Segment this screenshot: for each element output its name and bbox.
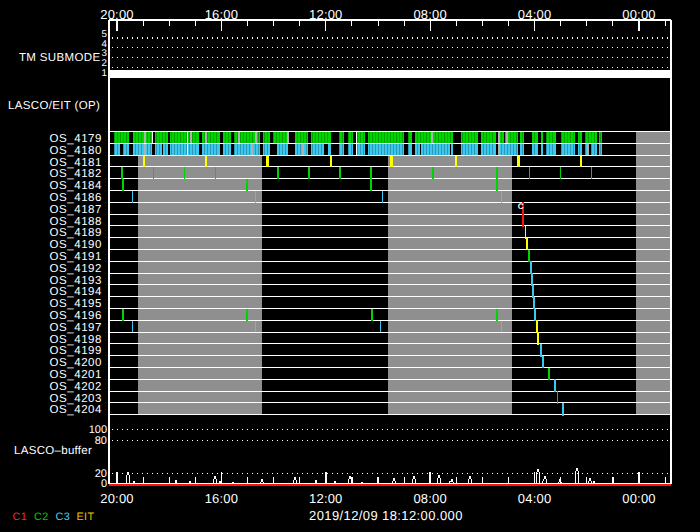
svg-text:12:00: 12:00 <box>309 491 343 506</box>
svg-text:OS_4179: OS_4179 <box>50 133 102 145</box>
svg-text:80: 80 <box>95 435 107 447</box>
svg-text:OS_4190: OS_4190 <box>50 239 102 251</box>
svg-text:OS_4191: OS_4191 <box>50 251 102 263</box>
svg-text:C1: C1 <box>13 511 28 523</box>
svg-text:OS_4184: OS_4184 <box>50 180 102 192</box>
svg-text:OS_4182: OS_4182 <box>50 168 102 180</box>
svg-text:OS_4189: OS_4189 <box>50 227 102 239</box>
svg-text:OS_4181: OS_4181 <box>50 157 102 169</box>
svg-text:OS_4188: OS_4188 <box>50 216 102 228</box>
svg-text:OS_4201: OS_4201 <box>50 369 102 381</box>
svg-text:OS_4198: OS_4198 <box>50 334 102 346</box>
svg-text:C3: C3 <box>56 511 71 523</box>
svg-text:OS_4186: OS_4186 <box>50 192 102 204</box>
svg-text:OS_4180: OS_4180 <box>50 145 102 157</box>
svg-text:OS_4197: OS_4197 <box>50 322 102 334</box>
svg-text:08:00: 08:00 <box>413 491 447 506</box>
svg-text:04:00: 04:00 <box>518 7 552 22</box>
svg-text:OS_4204: OS_4204 <box>50 404 102 416</box>
svg-text:00:00: 00:00 <box>622 491 656 506</box>
svg-text:20:00: 20:00 <box>100 7 134 22</box>
svg-text:OS_4193: OS_4193 <box>50 275 102 287</box>
svg-text:OS_4196: OS_4196 <box>50 310 102 322</box>
svg-text:08:00: 08:00 <box>413 7 447 22</box>
svg-text:04:00: 04:00 <box>518 491 552 506</box>
svg-text:C: C <box>518 202 524 211</box>
svg-text:12:00: 12:00 <box>309 7 343 22</box>
svg-text:LASCO–buffer: LASCO–buffer <box>14 445 92 457</box>
svg-text:1: 1 <box>102 68 107 79</box>
svg-text:16:00: 16:00 <box>205 491 239 506</box>
svg-text:20:00: 20:00 <box>100 491 134 506</box>
svg-text:OS_4200: OS_4200 <box>50 357 102 369</box>
svg-text:C2: C2 <box>34 511 49 523</box>
svg-text:OS_4199: OS_4199 <box>50 345 102 357</box>
svg-text:00:00: 00:00 <box>622 7 656 22</box>
svg-text:TM SUBMODE: TM SUBMODE <box>19 52 100 64</box>
svg-text:OS_4195: OS_4195 <box>50 298 102 310</box>
svg-text:2019/12/09 18:12:00.000: 2019/12/09 18:12:00.000 <box>309 508 463 523</box>
svg-text:16:00: 16:00 <box>205 7 239 22</box>
svg-text:OS_4202: OS_4202 <box>50 381 102 393</box>
svg-text:OS_4192: OS_4192 <box>50 263 102 275</box>
svg-text:OS_4203: OS_4203 <box>50 393 102 405</box>
svg-text:OS_4194: OS_4194 <box>50 286 102 298</box>
svg-text:EIT: EIT <box>77 511 95 523</box>
svg-text:0: 0 <box>101 478 107 490</box>
svg-text:LASCO/EIT (OP): LASCO/EIT (OP) <box>8 100 100 112</box>
svg-text:OS_4187: OS_4187 <box>50 204 102 216</box>
